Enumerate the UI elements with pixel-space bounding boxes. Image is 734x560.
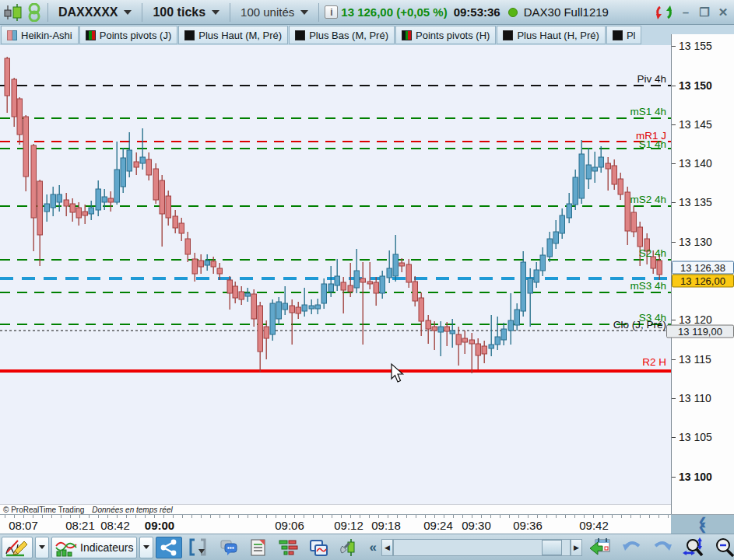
comments-button[interactable] bbox=[215, 537, 243, 558]
price-axis-label: 13 100 bbox=[679, 471, 712, 483]
chart-canvas[interactable]: Piv 4hmS1 4hmR1 JS1 4hmS2 4hS2 4hmS3 4hS… bbox=[0, 45, 671, 504]
time-tick bbox=[528, 515, 529, 518]
line-swatch-icon bbox=[295, 30, 305, 40]
scroll-right-arrow[interactable]: ▶ bbox=[571, 539, 582, 556]
link-instrument-icon[interactable] bbox=[26, 3, 42, 22]
line-swatch-icon bbox=[613, 30, 623, 40]
time-tick bbox=[481, 515, 482, 518]
collapse-panel-button[interactable]: ❮❮ bbox=[671, 514, 734, 534]
units-dropdown[interactable]: 100 unités bbox=[236, 4, 313, 20]
time-tick bbox=[70, 515, 71, 518]
time-tick bbox=[640, 515, 641, 518]
pivots-swatch-icon bbox=[402, 30, 412, 40]
close-value-box: 13 119,00 bbox=[666, 325, 734, 338]
scrollbar-track[interactable] bbox=[393, 539, 571, 556]
svg-text:S2 4h: S2 4h bbox=[639, 247, 666, 259]
chart-settings-button[interactable] bbox=[335, 537, 363, 558]
chevron-down-icon bbox=[300, 10, 308, 15]
svg-text:S1 4h: S1 4h bbox=[639, 138, 666, 150]
time-tick bbox=[341, 515, 342, 518]
info-icon[interactable]: i bbox=[325, 5, 338, 19]
news-button[interactable] bbox=[245, 537, 272, 558]
candlestick-chart: Piv 4hmS1 4hmR1 JS1 4hmS2 4hS2 4hmS3 4hS… bbox=[0, 45, 671, 504]
units-value: 100 unités bbox=[241, 5, 294, 19]
time-tick bbox=[5, 515, 5, 518]
time-tick bbox=[472, 515, 472, 518]
indicators-button[interactable]: Indicateurs bbox=[51, 537, 137, 558]
price-axis-label: 13 140 bbox=[679, 157, 712, 170]
resolution-dropdown[interactable]: 100 ticks bbox=[148, 4, 224, 21]
orderbook-button[interactable] bbox=[274, 537, 302, 558]
bottom-toolbar: Indicateurs bbox=[0, 534, 734, 560]
price-tick bbox=[672, 359, 676, 360]
time-tick bbox=[500, 515, 500, 518]
calendar-icon bbox=[588, 537, 612, 558]
time-axis-label: 09:06 bbox=[275, 519, 304, 532]
time-axis-label: 09:18 bbox=[371, 519, 401, 532]
candlestick-mode-icon[interactable] bbox=[3, 4, 23, 21]
refresh-icon[interactable] bbox=[655, 4, 673, 21]
legend-item-0[interactable]: Heikin-Ashi bbox=[1, 26, 79, 44]
time-tick bbox=[602, 515, 603, 518]
resolution-value: 100 ticks bbox=[153, 5, 205, 19]
time-tick bbox=[584, 515, 585, 518]
svg-text:Clo (J, Pré): Clo (J, Pré) bbox=[613, 319, 666, 331]
time-tick bbox=[416, 515, 416, 518]
price-tick bbox=[672, 46, 676, 47]
time-tick bbox=[210, 515, 211, 518]
legend-item-3[interactable]: Plus Bas (M, Pré) bbox=[289, 26, 395, 44]
time-tick bbox=[462, 515, 463, 518]
legend-item-2[interactable]: Plus Haut (M, Pré) bbox=[178, 26, 288, 44]
svg-text:R2 H: R2 H bbox=[642, 356, 666, 368]
scroll-left-arrow[interactable]: ◀ bbox=[381, 539, 393, 556]
drawing-tools-button[interactable] bbox=[2, 537, 33, 558]
legend-item-6[interactable]: Pl bbox=[606, 26, 642, 44]
time-axis-label: 08:42 bbox=[100, 519, 130, 532]
redo-button[interactable] bbox=[648, 537, 676, 558]
price-tick bbox=[672, 202, 676, 203]
time-axis[interactable]: 08:0708:2108:4209:0009:0609:1209:1809:24… bbox=[0, 514, 671, 534]
instrument-dropdown[interactable]: DAXXXXX bbox=[54, 4, 136, 21]
time-tick bbox=[266, 515, 267, 518]
indicators-icon bbox=[55, 538, 77, 557]
indicators-dropdown[interactable] bbox=[139, 537, 153, 558]
time-tick bbox=[248, 515, 248, 518]
time-axis-label: 09:24 bbox=[423, 519, 453, 532]
chart-scrollbar[interactable]: ◀ ▶ bbox=[381, 538, 582, 557]
scroll-left-fast-button[interactable]: « bbox=[365, 537, 378, 558]
mouse-cursor bbox=[392, 364, 403, 382]
undo-button[interactable] bbox=[618, 537, 646, 558]
chart-windows-button[interactable] bbox=[304, 537, 332, 558]
news-document-icon bbox=[249, 538, 268, 557]
time-tick bbox=[304, 515, 304, 518]
time-tick bbox=[257, 515, 258, 518]
redo-arrow-icon bbox=[652, 539, 673, 556]
share-button[interactable] bbox=[156, 537, 182, 558]
detach-window-button[interactable] bbox=[184, 537, 212, 558]
price-axis-label: 13 115 bbox=[679, 353, 711, 366]
time-tick bbox=[406, 515, 407, 518]
minimize-button[interactable]: – bbox=[680, 7, 692, 18]
time-tick bbox=[145, 515, 146, 518]
legend-item-5[interactable]: Plus Haut (H, Pré) bbox=[497, 26, 605, 44]
time-tick bbox=[490, 515, 491, 518]
goto-date-button[interactable] bbox=[585, 537, 616, 558]
scrollbar-thumb[interactable] bbox=[542, 540, 562, 555]
price-tick bbox=[672, 320, 676, 320]
svg-text:Piv 4h: Piv 4h bbox=[637, 73, 666, 85]
zoom-fit-button[interactable] bbox=[679, 537, 708, 558]
drawing-tools-dropdown[interactable] bbox=[35, 537, 49, 558]
time-tick bbox=[173, 515, 174, 518]
legend-item-1[interactable]: Points pivots (J) bbox=[79, 26, 177, 44]
maximize-button[interactable]: ❐ bbox=[698, 7, 711, 18]
time-axis-label: 08:21 bbox=[65, 519, 95, 532]
time-tick bbox=[518, 515, 519, 518]
time-tick bbox=[621, 515, 622, 518]
price-axis-label: 13 145 bbox=[679, 118, 712, 131]
price-axis[interactable]: 13 15513 15013 14513 14013 13513 13013 1… bbox=[671, 34, 734, 514]
legend-item-4[interactable]: Points pivots (H) bbox=[395, 26, 496, 44]
zoom-out-button[interactable] bbox=[711, 537, 734, 558]
time-axis-label: 09:30 bbox=[462, 519, 491, 532]
time-axis-label: 09:12 bbox=[334, 519, 363, 532]
close-button[interactable]: ✕ bbox=[717, 7, 729, 18]
